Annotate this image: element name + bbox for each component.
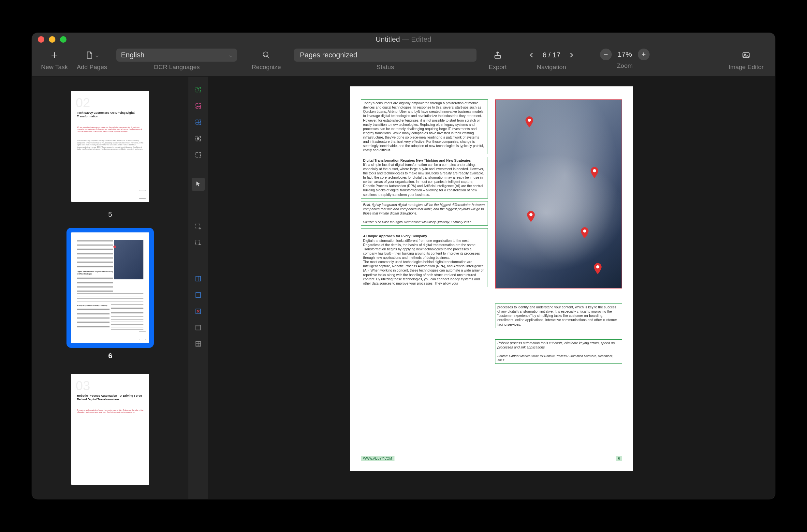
svg-rect-10 (196, 104, 201, 109)
export-label: Export (489, 63, 507, 71)
background-region-icon (195, 135, 202, 142)
thumb-body: This has left many companies striving to… (77, 139, 143, 150)
thumb-title: Robotic Process Automation – A Driving F… (77, 394, 143, 401)
window-title: Untitled — Edited (376, 35, 431, 44)
recognize-region-icon (195, 151, 202, 158)
table-vertical-icon (195, 275, 202, 282)
zoom-label: Zoom (617, 62, 633, 70)
svg-point-37 (529, 213, 533, 216)
thumbnails-sidebar[interactable]: 02 Tech Savvy Customers Are Driving Digi… (32, 77, 188, 499)
ocr-languages-label: OCR Languages (154, 63, 200, 71)
thumbnail-number: 6 (108, 352, 112, 360)
thumb-lead: The volume and complexity of content is … (77, 409, 143, 413)
zoom-out-button[interactable]: − (600, 49, 612, 60)
page-canvas[interactable]: Today's consumers are digitally empowere… (350, 87, 633, 471)
export-icon (494, 51, 502, 59)
table-split-tool[interactable] (192, 337, 205, 350)
text-region[interactable]: processes to identify and understand you… (495, 303, 622, 328)
footer-link-region[interactable]: WWW.ABBYY.COM (361, 456, 395, 461)
table-horizontal-icon (195, 291, 202, 299)
image-region-icon (195, 102, 202, 110)
table-merge-tool[interactable] (192, 321, 205, 334)
recognize-label: Recognize (252, 63, 281, 71)
add-pages-button[interactable]: ⌵ (85, 49, 99, 62)
page-type-icon (139, 190, 146, 198)
svg-point-36 (593, 169, 596, 172)
svg-point-35 (528, 119, 531, 122)
footer-pagenum-region[interactable]: 6 (616, 456, 622, 461)
svg-rect-16 (196, 153, 201, 157)
recognize-button[interactable]: A (258, 49, 274, 62)
table-region-icon (195, 119, 202, 126)
add-area-icon (195, 223, 202, 230)
background-region-tool[interactable] (192, 132, 205, 145)
svg-line-3 (267, 56, 270, 58)
close-window-button[interactable] (38, 36, 44, 43)
svg-rect-17 (195, 224, 200, 228)
page-indicator[interactable]: 6 / 17 (539, 51, 563, 59)
table-delete-icon (195, 308, 202, 315)
text-region-icon: T (195, 86, 202, 93)
status-text: Pages recognized (300, 51, 357, 59)
thumbnail-number: 5 (108, 210, 112, 219)
thumb-lead: We are currently witnessing unprecedente… (77, 126, 143, 133)
svg-rect-20 (195, 240, 200, 245)
page-watermark: 02 (76, 96, 90, 110)
image-region-tool[interactable] (192, 99, 205, 112)
page-viewer[interactable]: Today's consumers are digitally empowere… (208, 77, 775, 499)
image-editor-label: Image Editor (728, 63, 764, 71)
text-region[interactable]: Today's consumers are digitally empowere… (361, 99, 488, 154)
svg-rect-5 (495, 55, 500, 58)
ocr-language-dropdown[interactable]: English ⌵ (116, 49, 237, 62)
thumb-image (114, 240, 143, 279)
minimize-window-button[interactable] (49, 36, 55, 43)
svg-point-15 (197, 137, 199, 139)
chevron-down-icon: ⌵ (96, 52, 99, 58)
remove-area-tool[interactable] (192, 236, 205, 249)
text-region-tool[interactable]: T (192, 83, 205, 96)
minus-icon: − (604, 50, 608, 59)
status-label: Status (377, 63, 394, 71)
text-region[interactable]: A Unique Approach for Every Company Digi… (361, 228, 488, 287)
text-region[interactable]: Digital Transformation Requires New Thin… (361, 157, 488, 198)
text-region[interactable]: Robotic process automation tools cut cos… (495, 339, 622, 364)
modified-indicator: — Edited (402, 35, 431, 43)
ocr-language-value: English (121, 51, 145, 59)
next-page-button[interactable] (564, 49, 579, 62)
chevron-left-icon (528, 52, 535, 59)
zoom-value[interactable]: 17% (612, 50, 638, 59)
document-icon (85, 51, 94, 59)
svg-point-39 (596, 265, 599, 269)
recognize-region-tool[interactable] (192, 148, 205, 162)
magnify-a-icon: A (262, 51, 270, 59)
remove-area-icon (195, 239, 202, 246)
titlebar: Untitled — Edited (32, 33, 775, 46)
add-area-tool[interactable] (192, 220, 205, 233)
table-add-vsep-tool[interactable] (192, 272, 205, 285)
text-region[interactable]: Bold, tightly integrated digital strateg… (361, 201, 488, 226)
svg-rect-29 (196, 325, 201, 330)
add-pages-label: Add Pages (77, 63, 107, 71)
plus-icon (50, 51, 59, 59)
image-icon (742, 51, 750, 59)
new-task-button[interactable] (46, 49, 62, 62)
prev-page-button[interactable] (524, 49, 539, 62)
zoom-in-button[interactable]: + (638, 49, 650, 60)
thumbnail[interactable]: 02 Tech Savvy Customers Are Driving Digi… (66, 87, 154, 219)
thumbnail[interactable]: Digital Transformation Requires New Thin… (66, 228, 154, 360)
status-readout: Pages recognized (294, 49, 477, 62)
page-watermark: 03 (76, 378, 90, 393)
image-region[interactable] (495, 99, 622, 288)
image-editor-button[interactable] (738, 49, 754, 62)
page-type-icon (139, 331, 146, 340)
thumbnail[interactable]: 03 Robotic Process Automation – A Drivin… (66, 369, 154, 489)
table-region-tool[interactable] (192, 116, 205, 129)
maximize-window-button[interactable] (60, 36, 66, 43)
pointer-tool[interactable] (192, 178, 205, 191)
window-controls (38, 36, 66, 43)
svg-text:T: T (197, 88, 199, 92)
navigation-label: Navigation (537, 63, 566, 71)
table-add-hsep-tool[interactable] (192, 288, 205, 302)
export-button[interactable] (490, 49, 505, 62)
table-delete-sep-tool[interactable] (192, 305, 205, 318)
